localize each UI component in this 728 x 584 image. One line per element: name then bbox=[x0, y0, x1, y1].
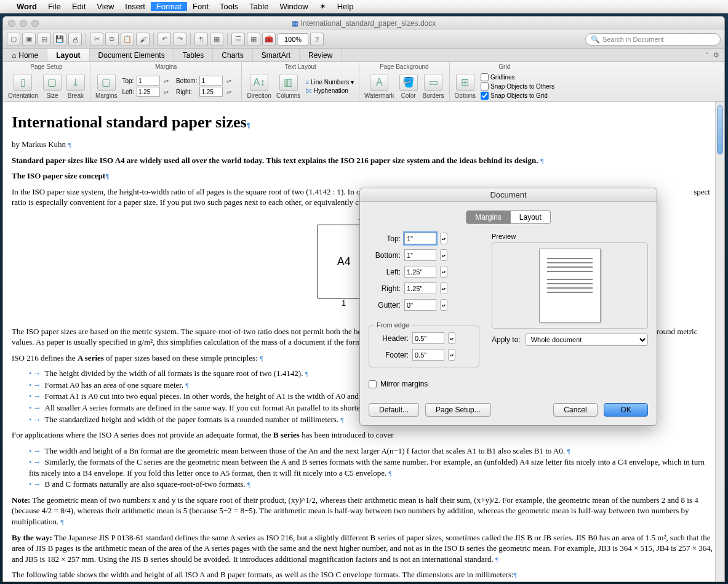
default-button[interactable]: Default... bbox=[369, 403, 419, 417]
dialog-gutter-input[interactable] bbox=[404, 299, 436, 311]
titlebar: ▦International_standard_paper_sizes.docx bbox=[3, 17, 724, 30]
apply-to-label: Apply to: bbox=[492, 335, 521, 344]
columns-button[interactable]: ▥Columns bbox=[276, 74, 300, 99]
cancel-button[interactable]: Cancel bbox=[553, 403, 598, 417]
dialog-right-input[interactable] bbox=[404, 282, 436, 294]
cut-button[interactable]: ✂ bbox=[90, 33, 103, 46]
break-button[interactable]: ⤓Break bbox=[66, 74, 85, 99]
margin-bottom-input[interactable] bbox=[199, 76, 223, 86]
menu-font[interactable]: Font bbox=[187, 2, 214, 11]
show-all-button[interactable]: ▦ bbox=[210, 33, 223, 46]
tab-charts[interactable]: Charts bbox=[213, 49, 252, 62]
hyphenation-button[interactable]: bc Hyphenation bbox=[305, 87, 354, 94]
doc-p5: For applications where the ISO A series … bbox=[12, 430, 716, 441]
spinner[interactable]: ▴▾ bbox=[440, 249, 447, 261]
show-marks-button[interactable]: ¶ bbox=[194, 33, 208, 46]
preview-box bbox=[492, 242, 648, 329]
format-painter-button[interactable]: 🖌 bbox=[136, 33, 150, 46]
spinner[interactable]: ▴▾ bbox=[440, 299, 447, 311]
redo-button[interactable]: ↷ bbox=[173, 33, 186, 46]
minimize-window-button[interactable] bbox=[20, 20, 27, 27]
doc-note: Note: The geometric mean of two numbers … bbox=[12, 495, 716, 527]
sidebar-button[interactable]: ☰ bbox=[231, 33, 245, 46]
tab-document-elements[interactable]: Document Elements bbox=[90, 49, 174, 62]
copy-button[interactable]: ⧉ bbox=[105, 33, 119, 46]
window-title: ▦International_standard_paper_sizes.docx bbox=[292, 19, 436, 28]
snap-grid-checkbox[interactable]: Snap Objects to Grid bbox=[481, 92, 554, 100]
menu-script-icon[interactable]: ✶ bbox=[314, 2, 332, 11]
menu-format[interactable]: Format bbox=[151, 2, 187, 11]
page-setup-button[interactable]: Page Setup... bbox=[425, 403, 491, 417]
ok-button[interactable]: OK bbox=[604, 403, 648, 417]
spinner[interactable]: ▴▾ bbox=[440, 233, 447, 244]
undo-button[interactable]: ↶ bbox=[158, 33, 171, 46]
dialog-tab-layout[interactable]: Layout bbox=[511, 210, 551, 224]
list-item: B and C formats naturally are also squar… bbox=[29, 479, 716, 490]
tab-home[interactable]: Home bbox=[3, 49, 47, 62]
apply-to-select[interactable]: Whole document bbox=[526, 334, 648, 346]
close-window-button[interactable] bbox=[8, 20, 15, 27]
doc-p6: The following table shows the width and … bbox=[12, 569, 716, 580]
new-doc-button[interactable]: ▢ bbox=[7, 33, 20, 46]
zoom-input[interactable] bbox=[278, 33, 308, 46]
zoom-window-button[interactable] bbox=[31, 20, 39, 27]
tab-review[interactable]: Review bbox=[300, 49, 342, 62]
scrollbar-thumb[interactable] bbox=[717, 105, 723, 154]
menu-insert[interactable]: Insert bbox=[119, 2, 151, 11]
tab-smartart[interactable]: SmartArt bbox=[253, 49, 300, 62]
gridlines-checkbox[interactable]: Gridlines bbox=[481, 73, 554, 81]
spinner[interactable]: ▴▾ bbox=[448, 332, 455, 344]
tab-layout[interactable]: Layout bbox=[47, 49, 89, 62]
watermark-button[interactable]: AWatermark bbox=[364, 74, 394, 99]
preview-page bbox=[539, 249, 601, 322]
dialog-footer-input[interactable] bbox=[412, 349, 444, 361]
grid-options-button[interactable]: ⊞Options bbox=[455, 74, 476, 99]
spinner[interactable]: ▴▾ bbox=[448, 349, 455, 361]
size-button[interactable]: ▢Size bbox=[43, 74, 62, 99]
collapse-ribbon-icon[interactable]: ˆ bbox=[706, 52, 708, 59]
orientation-button[interactable]: ▯Orientation bbox=[8, 74, 38, 99]
dialog-top-input[interactable] bbox=[404, 233, 436, 244]
dialog-left-input[interactable] bbox=[404, 266, 436, 278]
doc-list-2: The width and height of a Bn format are … bbox=[29, 446, 716, 490]
vertical-scrollbar[interactable] bbox=[715, 102, 724, 582]
spinner[interactable]: ▴▾ bbox=[440, 266, 447, 278]
color-button[interactable]: 🪣Color bbox=[399, 74, 418, 99]
dialog-tab-margins[interactable]: Margins bbox=[466, 210, 511, 224]
menu-table[interactable]: Table bbox=[244, 2, 274, 11]
template-button[interactable]: ▤ bbox=[38, 33, 51, 46]
list-item: The width and height of a Bn format are … bbox=[29, 446, 716, 457]
direction-button[interactable]: A↕Direction bbox=[247, 74, 271, 99]
document-icon: ▦ bbox=[292, 19, 298, 28]
dialog-bottom-input[interactable] bbox=[404, 249, 436, 261]
margin-top-input[interactable] bbox=[137, 76, 160, 86]
menu-help[interactable]: Help bbox=[332, 2, 359, 11]
help-button[interactable]: ? bbox=[310, 33, 324, 46]
print-button[interactable]: 🖨 bbox=[68, 33, 82, 46]
preview-label: Preview bbox=[492, 233, 648, 240]
dialog-header-input[interactable] bbox=[412, 332, 444, 344]
gallery-button[interactable]: ▦ bbox=[247, 33, 260, 46]
ribbon-settings-icon[interactable]: ⚙ bbox=[713, 51, 719, 59]
menu-app[interactable]: Word bbox=[11, 2, 42, 11]
menu-file[interactable]: File bbox=[42, 2, 66, 11]
line-numbers-button[interactable]: ≡ Line Numbers ▾ bbox=[305, 79, 354, 86]
paste-button[interactable]: 📋 bbox=[121, 33, 134, 46]
menu-window[interactable]: Window bbox=[274, 2, 313, 11]
menu-tools[interactable]: Tools bbox=[214, 2, 244, 11]
margin-left-input[interactable] bbox=[137, 87, 160, 97]
menu-edit[interactable]: Edit bbox=[66, 2, 91, 11]
spinner[interactable]: ▴▾ bbox=[440, 282, 447, 294]
menu-view[interactable]: View bbox=[91, 2, 119, 11]
open-button[interactable]: ▣ bbox=[22, 33, 36, 46]
toolbox-button[interactable]: 🧰 bbox=[262, 33, 276, 46]
margin-right-input[interactable] bbox=[199, 87, 223, 97]
tab-tables[interactable]: Tables bbox=[174, 49, 214, 62]
doc-p1: Standard paper sizes like ISO A4 are wid… bbox=[12, 155, 716, 166]
mirror-margins-checkbox[interactable] bbox=[369, 380, 377, 388]
search-input[interactable]: 🔍Search in Document bbox=[585, 33, 721, 46]
snap-others-checkbox[interactable]: Snap Objects to Others bbox=[481, 82, 554, 90]
margins-button[interactable]: ▢Margins bbox=[95, 74, 118, 99]
save-button[interactable]: 💾 bbox=[53, 33, 66, 46]
borders-button[interactable]: ▭Borders bbox=[423, 74, 444, 99]
